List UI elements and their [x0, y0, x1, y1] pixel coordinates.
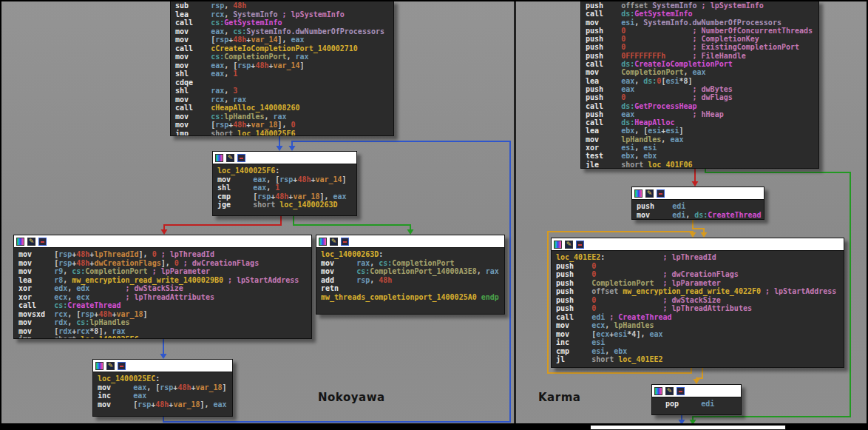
asm-code[interactable]: mov [rsp+48h+lpThreadId], 0 ; lpThreadId…	[14, 248, 311, 339]
node-titlebar: ✎	[14, 235, 311, 248]
asm-line: push 0FFFFFFFFh ; FileHandle	[586, 52, 818, 60]
asm-line: add rsp, 48h	[321, 276, 504, 285]
edge-arrowhead	[160, 354, 167, 359]
node-karma-after-loop[interactable]	[590, 425, 786, 430]
asm-line: jmp short loc_1400025F6	[175, 130, 393, 137]
asm-code[interactable]: sub rsp, 48hlea rcx, SystemInfo ; lpSyst…	[171, 1, 393, 136]
asm-line: cmp [rsp+48h+var_18], eax	[217, 192, 356, 201]
node-nokoyawa-counter-inc[interactable]: ✎loc_1400025EC:mov eax, [rsp+48h+var_18]…	[92, 359, 233, 417]
node-titlebar: ✎	[213, 152, 356, 164]
edge-arrowhead	[694, 379, 700, 384]
asm-line: mov rax, cs:CompletionPort	[321, 259, 504, 268]
asm-line: mov [rsp+48h+var_14], eax	[175, 36, 393, 44]
asm-code[interactable]: loc_401EE2: ; lpThreadIdpush 0push 0 ; d…	[552, 251, 844, 364]
asm-line: lea rcx, SystemInfo ; lpSystemInfo	[175, 10, 393, 19]
asm-code[interactable]: push offset SystemInfo ; lpSystemInfocal…	[581, 1, 818, 169]
asm-code[interactable]: loc_14000263D:mov rax, cs:CompletionPort…	[316, 248, 504, 301]
asm-code[interactable]: loc_1400025EC:mov eax, [rsp+48h+var_18]i…	[93, 372, 232, 409]
asm-line: loc_1400025EC:	[98, 374, 232, 383]
asm-line: movsxd rcx, [rsp+48h+var_18]	[18, 310, 311, 319]
asm-line: call cCreateIoCompletionPort_140002710	[175, 44, 393, 53]
asm-line: call edi ; CreateThread	[556, 313, 844, 322]
node-color-icon[interactable]	[16, 238, 24, 246]
graph-canvas[interactable]: sub rsp, 48hlea rcx, SystemInfo ; lpSyst…	[0, 0, 868, 430]
node-comment-icon[interactable]	[38, 238, 47, 246]
asm-code[interactable]: pop edi	[652, 397, 741, 409]
frame-left	[0, 0, 1, 430]
asm-line: call ds:HeapAlloc	[586, 118, 818, 127]
asm-line: shl eax, 1	[217, 184, 356, 192]
edge-karma-thread-loop-to-karma-pop-edi	[696, 368, 702, 380]
asm-line: mov esi, SystemInfo.dwNumberOfProcessors	[586, 19, 818, 27]
asm-line: call cHeapAlloc_140008260	[175, 104, 393, 112]
node-comment-icon[interactable]	[237, 154, 245, 162]
node-nokoyawa-create-thread[interactable]: ✎mov [rsp+48h+lpThreadId], 0 ; lpThreadI…	[13, 235, 312, 339]
asm-line: mov cs:CompletionPort_14000A3E8, rax	[321, 267, 504, 276]
asm-line: mov eax, [rsp+48h+var_14]	[217, 175, 356, 184]
node-titlebar: ✎	[316, 235, 504, 248]
node-edit-icon[interactable]: ✎	[665, 387, 674, 395]
asm-line: push CompletionPort ; lpParameter	[556, 279, 844, 288]
karma-label: Karma	[538, 391, 580, 404]
node-color-icon[interactable]	[634, 189, 642, 198]
asm-line: push 0 ; lpThreadAttributes	[556, 304, 844, 313]
asm-line: test ebx, ebx	[586, 152, 818, 160]
asm-line: mov [rsp+48h+dwCreationFlags], 0 ; dwCre…	[18, 259, 311, 268]
node-karma-thread-loop[interactable]: ✎loc_401EE2: ; lpThreadIdpush 0push 0 ; …	[551, 238, 844, 368]
node-comment-icon[interactable]	[576, 241, 584, 249]
asm-line: jmp short loc_1400025EC	[18, 335, 311, 339]
node-edit-icon[interactable]: ✎	[565, 241, 573, 249]
node-comment-icon[interactable]	[118, 362, 126, 370]
asm-line: mov r9, cs:CompletionPort ; lpParameter	[18, 267, 311, 276]
asm-line: pop edi	[657, 400, 741, 409]
node-karma-push-edi[interactable]: ✎push edimov edi, ds:CreateThread	[631, 187, 764, 220]
node-edit-icon[interactable]: ✎	[330, 238, 338, 246]
node-karma-entry[interactable]: push offset SystemInfo ; lpSystemInfocal…	[580, 0, 819, 169]
edge-nokoyawa-loop-check-to-nokoyawa-exit	[294, 216, 410, 230]
node-nokoyawa-loop-check[interactable]: ✎loc_1400025F6:mov eax, [rsp+48h+var_14]…	[212, 151, 357, 216]
node-nokoyawa-entry[interactable]: sub rsp, 48hlea rcx, SystemInfo ; lpSyst…	[170, 0, 394, 136]
node-comment-icon[interactable]	[341, 238, 349, 246]
asm-line: jge short loc_14000263D	[217, 201, 356, 209]
asm-line: mov cs:lpHandles, rax	[175, 112, 393, 121]
node-titlebar: ✎	[93, 360, 232, 372]
node-color-icon[interactable]	[215, 154, 223, 162]
asm-line: xor edx, edx ; dwStackSize	[18, 284, 311, 293]
asm-line: loc_401EE2: ; lpThreadId	[556, 253, 844, 262]
edge-karma-push-edi-to-karma-thread-loop	[693, 220, 704, 233]
asm-line: call ds:GetProcessHeap	[586, 102, 818, 110]
asm-line: mov ecx, lpHandles	[556, 321, 844, 330]
node-color-icon[interactable]	[319, 238, 327, 246]
asm-code[interactable]: loc_1400025F6:mov eax, [rsp+48h+var_14]s…	[213, 164, 356, 209]
node-color-icon[interactable]	[654, 387, 662, 395]
node-titlebar: ✎	[632, 187, 764, 200]
asm-line: lea eax, ds:0[esi*8]	[586, 77, 818, 85]
asm-line: shl eax, 1	[175, 70, 393, 78]
asm-line: mov eax, [rsp+48h+var_18]	[98, 383, 232, 392]
node-edit-icon[interactable]: ✎	[645, 189, 654, 198]
node-edit-icon[interactable]: ✎	[27, 238, 35, 246]
asm-line: call cs:GetSystemInfo	[175, 19, 393, 27]
asm-line: push eax ; dwBytes	[586, 85, 818, 93]
edge-arrowhead	[407, 229, 414, 235]
asm-line: retn	[321, 284, 504, 293]
node-nokoyawa-exit[interactable]: ✎loc_14000263D:mov rax, cs:CompletionPor…	[316, 235, 505, 315]
node-comment-icon[interactable]	[657, 189, 665, 198]
asm-line: sub rsp, 48h	[175, 1, 393, 10]
asm-line: jl short loc_401EE2	[556, 355, 844, 364]
asm-line: mw_threads_completionport_1400025A0 endp	[321, 293, 504, 302]
node-edit-icon[interactable]: ✎	[226, 154, 234, 162]
node-color-icon[interactable]	[554, 241, 562, 249]
asm-line: cmp esi, ebx	[556, 347, 844, 356]
edge-arrowhead	[289, 146, 296, 151]
node-karma-pop-edi[interactable]: ✎ pop edi	[651, 384, 742, 415]
asm-line: mov [ecx+esi*4], eax	[556, 330, 844, 339]
node-edit-icon[interactable]: ✎	[106, 362, 115, 370]
asm-line: call ds:GetSystemInfo	[586, 10, 818, 18]
asm-line: mov [rsp+48h+lpThreadId], 0 ; lpThreadId	[18, 250, 311, 259]
asm-code[interactable]: push edimov edi, ds:CreateThread	[632, 200, 764, 219]
asm-line: lea ebx, [esi+esi]	[586, 127, 818, 135]
node-color-icon[interactable]	[95, 362, 104, 370]
asm-line: lea r8, mw_encryption_read_write_1400029…	[18, 276, 311, 285]
node-comment-icon[interactable]	[677, 387, 685, 395]
